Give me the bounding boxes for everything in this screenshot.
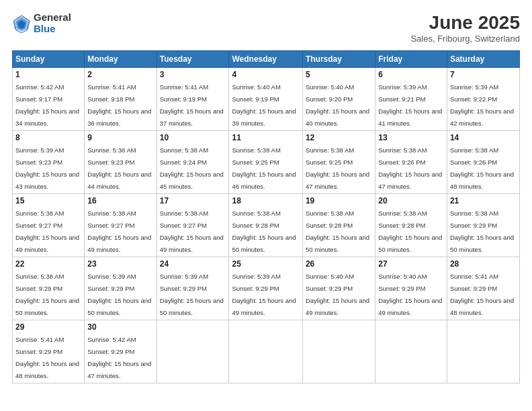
day-number: 11 <box>232 133 299 142</box>
day-info: Sunrise: 5:41 AMSunset: 9:29 PMDaylight:… <box>15 336 79 379</box>
table-row: 19 Sunrise: 5:38 AMSunset: 9:28 PMDaylig… <box>302 194 375 257</box>
day-info: Sunrise: 5:38 AMSunset: 9:27 PMDaylight:… <box>87 210 151 253</box>
table-row: 29 Sunrise: 5:41 AMSunset: 9:29 PMDaylig… <box>13 320 85 383</box>
calendar-week-3: 22 Sunrise: 5:38 AMSunset: 9:29 PMDaylig… <box>13 257 520 320</box>
day-info: Sunrise: 5:40 AMSunset: 9:29 PMDaylight:… <box>306 273 369 316</box>
table-row: 26 Sunrise: 5:40 AMSunset: 9:29 PMDaylig… <box>302 257 375 320</box>
day-number: 5 <box>306 70 372 79</box>
day-info: Sunrise: 5:39 AMSunset: 9:23 PMDaylight:… <box>15 146 79 190</box>
day-number: 21 <box>450 196 517 205</box>
day-number: 1 <box>15 70 81 79</box>
th-sunday: Sunday <box>13 51 85 68</box>
day-info: Sunrise: 5:40 AMSunset: 9:29 PMDaylight:… <box>378 273 442 316</box>
table-row: 5 Sunrise: 5:40 AMSunset: 9:20 PMDayligh… <box>302 68 375 131</box>
day-number: 2 <box>87 70 153 79</box>
table-row: 6 Sunrise: 5:39 AMSunset: 9:21 PMDayligh… <box>375 68 447 131</box>
day-number: 22 <box>15 259 81 269</box>
day-info: Sunrise: 5:38 AMSunset: 9:27 PMDaylight:… <box>160 210 224 253</box>
logo: General Blue <box>12 12 71 34</box>
day-info: Sunrise: 5:39 AMSunset: 9:21 PMDaylight:… <box>378 83 442 127</box>
calendar-title: June 2025 <box>410 12 520 34</box>
table-row: 27 Sunrise: 5:40 AMSunset: 9:29 PMDaylig… <box>375 257 447 320</box>
day-number: 16 <box>87 196 153 205</box>
day-info: Sunrise: 5:38 AMSunset: 9:26 PMDaylight:… <box>378 146 442 190</box>
day-number: 17 <box>160 196 226 205</box>
day-number: 3 <box>160 70 226 79</box>
title-block: June 2025 Sales, Fribourg, Switzerland <box>410 12 520 44</box>
day-info: Sunrise: 5:40 AMSunset: 9:19 PMDaylight:… <box>232 83 296 127</box>
table-row: 12 Sunrise: 5:38 AMSunset: 9:25 PMDaylig… <box>302 131 375 194</box>
day-number: 14 <box>450 133 517 142</box>
day-info: Sunrise: 5:41 AMSunset: 9:18 PMDaylight:… <box>87 83 151 127</box>
table-row: 10 Sunrise: 5:38 AMSunset: 9:24 PMDaylig… <box>157 131 229 194</box>
table-row: 25 Sunrise: 5:39 AMSunset: 9:29 PMDaylig… <box>229 257 302 320</box>
th-saturday: Saturday <box>447 51 519 68</box>
table-row <box>302 320 375 383</box>
day-number: 25 <box>232 259 299 269</box>
table-row: 21 Sunrise: 5:38 AMSunset: 9:29 PMDaylig… <box>447 194 519 257</box>
day-number: 29 <box>15 322 81 332</box>
table-row <box>157 320 229 383</box>
day-number: 27 <box>378 259 444 269</box>
day-info: Sunrise: 5:41 AMSunset: 9:29 PMDaylight:… <box>450 273 514 316</box>
day-number: 13 <box>378 133 444 142</box>
table-row: 1 Sunrise: 5:42 AMSunset: 9:17 PMDayligh… <box>13 68 85 131</box>
day-info: Sunrise: 5:38 AMSunset: 9:23 PMDaylight:… <box>87 146 151 190</box>
day-number: 20 <box>378 196 444 205</box>
table-row <box>229 320 302 383</box>
day-info: Sunrise: 5:39 AMSunset: 9:22 PMDaylight:… <box>450 83 514 127</box>
day-number: 10 <box>160 133 226 142</box>
day-info: Sunrise: 5:38 AMSunset: 9:28 PMDaylight:… <box>306 210 369 253</box>
table-row <box>375 320 447 383</box>
th-monday: Monday <box>85 51 157 68</box>
calendar-table: Sunday Monday Tuesday Wednesday Thursday… <box>12 50 520 383</box>
table-row: 24 Sunrise: 5:39 AMSunset: 9:29 PMDaylig… <box>157 257 229 320</box>
table-row: 23 Sunrise: 5:39 AMSunset: 9:29 PMDaylig… <box>85 257 157 320</box>
table-row: 11 Sunrise: 5:38 AMSunset: 9:25 PMDaylig… <box>229 131 302 194</box>
day-info: Sunrise: 5:38 AMSunset: 9:24 PMDaylight:… <box>160 146 224 190</box>
logo-blue: Blue <box>34 24 71 35</box>
day-number: 30 <box>87 322 153 332</box>
day-info: Sunrise: 5:39 AMSunset: 9:29 PMDaylight:… <box>87 273 151 316</box>
logo-general: General <box>34 12 71 24</box>
day-info: Sunrise: 5:38 AMSunset: 9:28 PMDaylight:… <box>232 210 296 253</box>
day-info: Sunrise: 5:38 AMSunset: 9:25 PMDaylight:… <box>306 146 369 190</box>
table-row: 3 Sunrise: 5:41 AMSunset: 9:19 PMDayligh… <box>157 68 229 131</box>
day-number: 12 <box>306 133 372 142</box>
th-tuesday: Tuesday <box>157 51 229 68</box>
table-row: 20 Sunrise: 5:38 AMSunset: 9:28 PMDaylig… <box>375 194 447 257</box>
day-info: Sunrise: 5:39 AMSunset: 9:29 PMDaylight:… <box>232 273 296 316</box>
table-row: 22 Sunrise: 5:38 AMSunset: 9:29 PMDaylig… <box>13 257 85 320</box>
calendar-week-2: 15 Sunrise: 5:38 AMSunset: 9:27 PMDaylig… <box>13 194 520 257</box>
th-friday: Friday <box>375 51 447 68</box>
day-info: Sunrise: 5:42 AMSunset: 9:17 PMDaylight:… <box>15 83 79 127</box>
table-row: 2 Sunrise: 5:41 AMSunset: 9:18 PMDayligh… <box>85 68 157 131</box>
day-number: 23 <box>87 259 153 269</box>
day-info: Sunrise: 5:38 AMSunset: 9:28 PMDaylight:… <box>378 210 442 253</box>
calendar-week-4: 29 Sunrise: 5:41 AMSunset: 9:29 PMDaylig… <box>13 320 520 383</box>
page: General Blue June 2025 Sales, Fribourg, … <box>0 0 532 411</box>
day-info: Sunrise: 5:38 AMSunset: 9:29 PMDaylight:… <box>450 210 514 253</box>
day-number: 6 <box>378 70 444 79</box>
day-info: Sunrise: 5:40 AMSunset: 9:20 PMDaylight:… <box>306 83 369 127</box>
table-row: 18 Sunrise: 5:38 AMSunset: 9:28 PMDaylig… <box>229 194 302 257</box>
day-info: Sunrise: 5:38 AMSunset: 9:25 PMDaylight:… <box>232 146 296 190</box>
th-wednesday: Wednesday <box>229 51 302 68</box>
day-info: Sunrise: 5:38 AMSunset: 9:26 PMDaylight:… <box>450 146 514 190</box>
header-row: Sunday Monday Tuesday Wednesday Thursday… <box>13 51 520 68</box>
table-row: 14 Sunrise: 5:38 AMSunset: 9:26 PMDaylig… <box>447 131 519 194</box>
table-row: 4 Sunrise: 5:40 AMSunset: 9:19 PMDayligh… <box>229 68 302 131</box>
table-row: 30 Sunrise: 5:42 AMSunset: 9:29 PMDaylig… <box>85 320 157 383</box>
table-row: 13 Sunrise: 5:38 AMSunset: 9:26 PMDaylig… <box>375 131 447 194</box>
table-row: 15 Sunrise: 5:38 AMSunset: 9:27 PMDaylig… <box>13 194 85 257</box>
table-row: 9 Sunrise: 5:38 AMSunset: 9:23 PMDayligh… <box>85 131 157 194</box>
day-number: 9 <box>87 133 153 142</box>
table-row: 17 Sunrise: 5:38 AMSunset: 9:27 PMDaylig… <box>157 194 229 257</box>
table-row: 16 Sunrise: 5:38 AMSunset: 9:27 PMDaylig… <box>85 194 157 257</box>
day-info: Sunrise: 5:38 AMSunset: 9:29 PMDaylight:… <box>15 273 79 316</box>
logo-icon <box>12 14 31 33</box>
day-number: 8 <box>15 133 81 142</box>
day-number: 19 <box>306 196 372 205</box>
calendar-week-0: 1 Sunrise: 5:42 AMSunset: 9:17 PMDayligh… <box>13 68 520 131</box>
day-number: 18 <box>232 196 299 205</box>
